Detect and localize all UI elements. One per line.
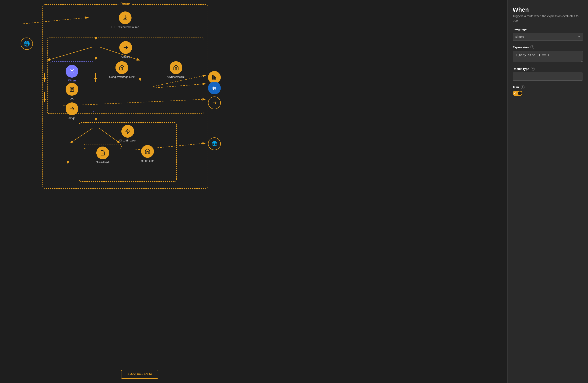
trim-toggle-check: ✓: [514, 92, 516, 95]
svg-line-36: [213, 86, 214, 90]
expression-label-text: Expression: [513, 46, 528, 49]
log-icon: [65, 83, 78, 96]
expression-field-group: Expression ? ${body.size()} == 1: [513, 45, 583, 62]
trim-label-text: Trim: [513, 85, 519, 89]
http-source-icon: [119, 11, 132, 24]
when1-icon: [65, 65, 78, 78]
trim-toggle-thumb: [518, 91, 522, 95]
choice-icon: [119, 41, 132, 54]
amqp-label: amqp: [69, 116, 76, 120]
language-label: Language: [513, 28, 583, 31]
amqp-icon: [65, 102, 78, 115]
trim-field-group: Trim ? ✓: [513, 85, 583, 96]
globe-source-icon: 🌐: [21, 38, 33, 50]
result-type-field-group: Result Type ?: [513, 67, 583, 81]
google-storage-label: Google Storage Sink: [109, 75, 135, 78]
trim-toggle-container: ✓: [513, 91, 583, 96]
when1-node[interactable]: When: [65, 65, 78, 82]
log-node[interactable]: Log: [65, 83, 78, 100]
panel-title: When: [513, 6, 583, 13]
svg-rect-33: [215, 77, 216, 79]
panel-description: Triggers a route when the expression eva…: [513, 14, 583, 23]
svg-rect-32: [214, 77, 215, 79]
expression-input[interactable]: ${body.size()} == 1: [513, 51, 583, 62]
circuit-breaker-label: CircuitBreaker: [119, 139, 136, 142]
google-storage-node[interactable]: Google Storage Sink: [109, 61, 135, 78]
trim-toggle[interactable]: ✓: [513, 91, 523, 96]
choice-node[interactable]: Choice: [119, 41, 132, 58]
language-select-wrapper: simple groovy javascript jsonpath xpath …: [513, 33, 583, 41]
http-sink-icon: [141, 145, 154, 158]
language-select[interactable]: simple groovy javascript jsonpath xpath: [513, 33, 583, 41]
svg-point-18: [71, 70, 73, 72]
trim-label: Trim ?: [513, 85, 583, 89]
aws-ec2-icon: [170, 61, 182, 74]
result-type-input[interactable]: [513, 73, 583, 81]
canvas-area: 🌐 Route HTTP Secured Source: [0, 0, 507, 383]
amqp-node[interactable]: amqp: [65, 102, 78, 120]
circuit-breaker-icon: [121, 125, 134, 138]
svg-line-37: [215, 86, 215, 90]
setbody-label: SetBody: [97, 161, 108, 164]
svg-rect-31: [212, 76, 213, 79]
result-type-label-text: Result Type: [513, 67, 529, 71]
ext-globe-icon: 🌐: [208, 137, 221, 150]
http-source-node[interactable]: HTTP Secured Source: [111, 11, 139, 29]
add-route-button[interactable]: + Add new route: [121, 370, 158, 379]
aws-ec2-label: AWS EC2 Sink: [167, 75, 185, 78]
language-label-text: Language: [513, 28, 527, 31]
http-source-label: HTTP Secured Source: [111, 25, 139, 29]
expression-label: Expression ?: [513, 45, 583, 49]
ext-arrow-node[interactable]: [208, 96, 221, 109]
http-sink-label: HTTP Sink: [141, 159, 154, 162]
expression-help-icon[interactable]: ?: [530, 45, 534, 49]
circuit-breaker-node[interactable]: CircuitBreaker: [119, 125, 136, 142]
ext-globe-node[interactable]: 🌐: [208, 137, 221, 150]
log-label: Log: [70, 97, 74, 100]
result-type-label: Result Type ?: [513, 67, 583, 71]
ext-arrow-icon: [208, 96, 221, 109]
right-panel: When Triggers a route when the expressio…: [507, 0, 588, 383]
aws-ec2-node[interactable]: AWS EC2 Sink: [167, 61, 185, 78]
trim-help-icon[interactable]: ?: [521, 85, 525, 89]
google-storage-icon: [115, 61, 128, 74]
when1-label: When: [68, 79, 76, 82]
setbody-icon: [96, 147, 109, 159]
ext-db-node[interactable]: [208, 82, 221, 94]
language-field-group: Language simple groovy javascript jsonpa…: [513, 28, 583, 41]
route-label: Route: [118, 2, 132, 6]
http-sink-node[interactable]: HTTP Sink: [141, 145, 154, 162]
result-type-help-icon[interactable]: ?: [531, 67, 535, 71]
setbody-node[interactable]: SetBody: [96, 147, 109, 164]
choice-label: Choice: [121, 55, 130, 58]
